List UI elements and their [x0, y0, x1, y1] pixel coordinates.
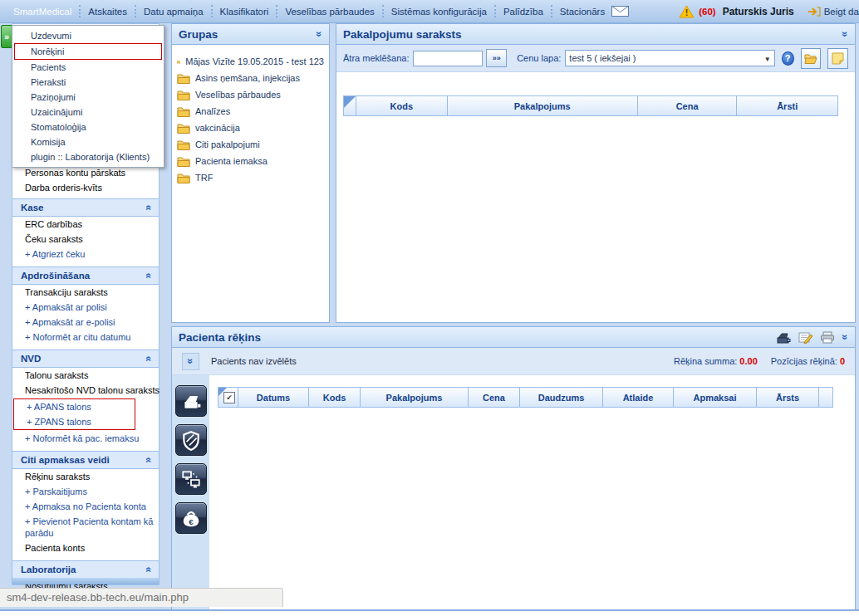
column-header-apmaksai[interactable]: Apmaksai: [674, 388, 757, 407]
column-header-arsts[interactable]: Ārsts: [757, 388, 819, 407]
price-list-select[interactable]: test 5 ( iekšejai ): [565, 50, 774, 66]
column-header-daudzums[interactable]: Daudzums: [520, 388, 603, 407]
sidebar-item-apmaksat-ar-epolisi[interactable]: + Apmaksāt ar e-polisi: [12, 315, 159, 330]
menu-item-stacionars[interactable]: Stacionārs: [553, 7, 611, 17]
column-header-cena[interactable]: Cena: [638, 96, 738, 115]
cash-register-tool-button[interactable]: [175, 385, 207, 417]
sidebar-item-apmaksa-no-pacienta-konta[interactable]: + Apmaksa no Pacienta konta: [12, 499, 159, 514]
transfer-tool-button[interactable]: [175, 463, 207, 495]
sidebar-item-atgriezt-ceku[interactable]: + Atgriezt čeku: [12, 247, 159, 262]
menu-item-pieraksti[interactable]: Pieraksti: [13, 75, 163, 90]
expand-patient-button[interactable]: [182, 353, 199, 370]
sidebar-section-nvd-header[interactable]: NVD: [12, 350, 159, 368]
edit-note-icon: [798, 331, 812, 344]
collapse-icon[interactable]: [146, 455, 152, 465]
menu-item-klasifikatori[interactable]: Klasifikatori: [214, 7, 276, 17]
sidebar-bottom-strip: [12, 578, 159, 584]
menu-item-norekini[interactable]: Norēķini: [15, 44, 161, 59]
sidebar-item-transakciju-saraksts[interactable]: Transakciju saraksts: [12, 285, 159, 300]
collapse-icon[interactable]: [146, 271, 152, 281]
menu-item-smartmedical[interactable]: SmartMedical: [7, 7, 78, 17]
menu-item-uzdevumi[interactable]: Uzdevumi: [13, 28, 163, 43]
group-folder-citi-pakalpojumi[interactable]: Citi pakalpojumi: [172, 136, 329, 153]
search-go-button[interactable]: »»: [486, 49, 507, 67]
sidebar-section-kase: Kase ERC darbības Čeku saraksts + Atgrie…: [12, 198, 159, 263]
column-header-arsti[interactable]: Ārsti: [737, 96, 837, 115]
svg-text:€: €: [189, 517, 194, 526]
menu-item-pacients[interactable]: Pacients: [13, 60, 163, 75]
invoice-body: € Datums Kods Pakalpojums Cena Daudzums …: [172, 375, 855, 609]
column-header-pakalpojums[interactable]: Pakalpojums: [361, 388, 469, 407]
group-folder-asins-nemsana[interactable]: Asins ņemšana, injekcijas: [172, 70, 329, 86]
menu-item-veselibas-parbaudes[interactable]: Veselības pārbaudes: [278, 7, 380, 17]
warning-count[interactable]: (60): [699, 7, 715, 17]
collapse-icon[interactable]: [317, 29, 322, 39]
select-all-corner[interactable]: [344, 96, 356, 115]
column-header-kods[interactable]: Kods: [309, 388, 361, 407]
sidebar-section-apdrosinasana-header[interactable]: Apdrošināšana: [12, 266, 159, 285]
group-folder-vakcinacija[interactable]: vakcinācija: [172, 120, 329, 136]
print-button[interactable]: [820, 331, 835, 344]
sidebar-item-apans-talons[interactable]: + APANS talons: [14, 399, 135, 414]
group-folder-pacienta-iemaksa[interactable]: Pacienta iemaksa: [172, 153, 329, 169]
menu-separator: [211, 5, 213, 17]
folder-icon: [177, 90, 190, 100]
warning-icon[interactable]: !: [679, 5, 695, 18]
expand-sidebar-button[interactable]: [1, 25, 12, 48]
quick-search-input[interactable]: [413, 51, 483, 66]
logout-icon[interactable]: [807, 7, 821, 17]
patient-payment-tool-button[interactable]: €: [175, 502, 207, 534]
column-header-atlaide[interactable]: Atlaide: [603, 388, 674, 407]
column-header-cena[interactable]: Cena: [469, 388, 520, 407]
help-icon[interactable]: ?: [782, 51, 794, 66]
messages-icon[interactable]: [611, 6, 629, 17]
group-folder-majas-vizite[interactable]: Mājas Vizīte 19.05.2015 - test 123: [172, 53, 329, 70]
sidebar-item-ceku-saraksts[interactable]: Čeku saraksts: [12, 232, 159, 247]
collapse-icon[interactable]: [842, 332, 848, 342]
sidebar-item-nesakritoso-nvd[interactable]: Nesakrītošo NVD talonu saraksts: [12, 383, 159, 398]
sidebar-item-pievienot-pacienta-kontam[interactable]: + Pievienot Pacienta kontam kā parādu: [12, 514, 159, 540]
edit-invoice-button[interactable]: [798, 331, 812, 344]
collapse-icon[interactable]: [146, 203, 152, 213]
menu-item-palidziba[interactable]: Palīdzība: [497, 7, 550, 17]
column-header-datums[interactable]: Datums: [238, 388, 309, 407]
sidebar-section-laboratorija-header[interactable]: Laboratorija: [12, 560, 159, 579]
chevron-down-icon: [188, 356, 194, 366]
group-folder-analizes[interactable]: Analīzes: [172, 103, 329, 120]
sidebar-item-darba-orderis[interactable]: Darba orderis-kvīts: [12, 180, 159, 195]
menu-item-datu-apmaina[interactable]: Datu apmaiņa: [137, 7, 210, 17]
sidebar-item-talonu-saraksts[interactable]: Talonu saraksts: [12, 368, 159, 383]
collapse-icon[interactable]: [146, 565, 152, 574]
menu-item-komisija[interactable]: Komisija: [13, 134, 163, 149]
open-folder-button[interactable]: [801, 48, 822, 69]
group-folder-veselibas-parbaudes[interactable]: Veselības pārbaudes: [172, 86, 329, 103]
folder-label: Citi pakalpojumi: [195, 139, 260, 149]
note-button[interactable]: [827, 48, 848, 69]
envelope-icon: [611, 6, 629, 17]
menu-item-sistemas-konfiguracija[interactable]: Sistēmas konfigurācija: [385, 7, 493, 17]
sidebar-item-erc-darbibas[interactable]: ERC darbības: [12, 217, 159, 232]
sidebar-item-zpans-talons[interactable]: + ZPANS talons: [14, 414, 135, 429]
menu-item-plugin-laboratorija[interactable]: plugin :: Laboratorija (Klients): [13, 149, 163, 164]
menu-item-stomatologija[interactable]: Stomatoloģija: [13, 120, 163, 134]
sidebar-item-noformet-ar-citu-datumu[interactable]: + Noformēt ar citu datumu: [12, 330, 159, 345]
cash-register-button[interactable]: [776, 331, 791, 344]
sidebar-section-kase-header[interactable]: Kase: [12, 198, 159, 217]
sidebar-item-apmaksat-ar-polisi[interactable]: + Apmaksāt ar polisi: [12, 300, 159, 315]
column-header-kods[interactable]: Kods: [356, 96, 448, 115]
sidebar-item-noformet-ka-pac-iemaksu[interactable]: + Noformēt kā pac. iemaksu: [12, 431, 159, 446]
menu-item-atskaites[interactable]: Atskaites: [81, 7, 134, 17]
invoice-positions-value: 0: [840, 356, 845, 366]
logout-button[interactable]: Beigt darbu: [824, 7, 859, 17]
insurance-tool-button[interactable]: [175, 424, 207, 456]
sidebar-item-pacienta-konts[interactable]: Pacienta konts: [12, 540, 159, 555]
collapse-icon[interactable]: [842, 29, 848, 39]
column-header-pakalpojums[interactable]: Pakalpojums: [448, 96, 638, 115]
menu-item-pazinojumi[interactable]: Paziņojumi: [13, 90, 163, 105]
sidebar-item-rekinu-saraksts[interactable]: Rēķinu saraksts: [12, 469, 159, 484]
group-folder-trf[interactable]: TRF: [172, 169, 329, 186]
menu-item-uzaicinajumi[interactable]: Uzaicinājumi: [13, 105, 163, 120]
sidebar-section-citi-header[interactable]: Citi apmaksas veidi: [12, 451, 159, 469]
sidebar-item-parskaitijums[interactable]: + Parskaitijums: [12, 484, 159, 499]
collapse-icon[interactable]: [146, 354, 152, 364]
